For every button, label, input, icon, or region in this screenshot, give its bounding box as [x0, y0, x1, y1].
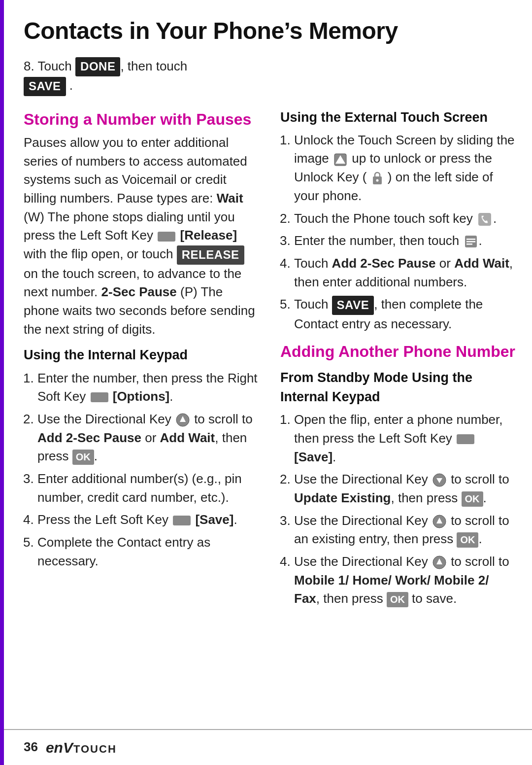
list-item: Use the Directional Key to scroll to Upd…	[294, 470, 517, 507]
pause-label: 2-Sec Pause	[101, 284, 177, 299]
left-soft-key-icon-3	[457, 434, 474, 444]
badge-release: RELEASE	[177, 245, 244, 265]
step-8-pre: 8. Touch	[24, 59, 75, 73]
storing-body: Pauses allow you to enter additional ser…	[24, 134, 261, 339]
footer: 36 enV TOUCH	[0, 729, 532, 765]
btn-ok-1: OK	[72, 450, 94, 465]
step-8-end: .	[66, 78, 73, 93]
btn-ok-2: OK	[462, 491, 483, 507]
badge-save-step8: SAVE	[24, 77, 66, 96]
step-8-mid: , then touch	[120, 59, 187, 73]
main-content: Contacts in Your Phone’s Memory 8. Touch…	[9, 0, 532, 729]
footer-brand: enV TOUCH	[46, 737, 117, 759]
options-label: [Options]	[113, 389, 170, 404]
footer-brand-env: enV	[46, 737, 73, 759]
adding-heading: Adding Another Phone Number	[280, 342, 517, 361]
svg-point-5	[376, 179, 378, 182]
list-item: Use the Directional Key to scroll to an …	[294, 512, 517, 549]
list-item: Enter the number, then touch .	[294, 232, 517, 250]
step-8-text: 8. Touch DONE, then touch SAVE .	[24, 57, 517, 96]
list-item: Use the Directional Key to scroll to Mob…	[294, 553, 517, 608]
svg-rect-10	[466, 243, 472, 245]
lock-icon	[371, 171, 383, 185]
step-8-section: 8. Touch DONE, then touch SAVE .	[24, 57, 517, 96]
left-soft-key-icon	[158, 232, 175, 242]
page-container: Contacts in Your Phone’s Memory 8. Touch…	[0, 0, 532, 765]
list-item: Complete the Contact entry as necessary.	[37, 533, 261, 570]
phone-icon	[477, 212, 492, 227]
list-item: Open the flip, enter a phone number, the…	[294, 411, 517, 466]
standby-heading: From Standby Mode Using the Internal Key…	[280, 368, 517, 407]
page-title: Contacts in Your Phone’s Memory	[24, 0, 517, 57]
footer-brand-touch: TOUCH	[73, 741, 117, 757]
btn-ok-4: OK	[387, 592, 408, 607]
dir-key-icon-4	[432, 556, 446, 569]
storing-heading: Storing a Number with Pauses	[24, 110, 261, 129]
dir-key-icon-2	[432, 473, 446, 487]
external-touch-steps: Unlock the Touch Screen by sliding the i…	[294, 131, 517, 334]
list-item: Touch the Phone touch soft key .	[294, 209, 517, 228]
list-item: Touch SAVE, then complete the Contact en…	[294, 295, 517, 333]
wait-label: Wait	[217, 191, 243, 206]
badge-done: DONE	[75, 57, 120, 76]
list-item: Enter the number, then press the Right S…	[37, 369, 261, 406]
col-right: Using the External Touch Screen Unlock t…	[280, 101, 517, 612]
col-left: Storing a Number with Pauses Pauses allo…	[24, 101, 261, 612]
top-bar	[0, 0, 4, 765]
internal-keypad-heading: Using the Internal Keypad	[24, 346, 261, 365]
badge-save-ext: SAVE	[332, 296, 374, 315]
unlock-triangle-icon	[333, 153, 347, 167]
svg-rect-8	[466, 239, 475, 240]
btn-ok-3: OK	[457, 532, 478, 548]
list-item: Touch Add 2-Sec Pause or Add Wait, then …	[294, 254, 517, 291]
svg-rect-6	[478, 213, 491, 226]
two-col-layout: Storing a Number with Pauses Pauses allo…	[24, 101, 517, 612]
right-soft-key-icon	[91, 392, 108, 402]
external-touch-heading: Using the External Touch Screen	[280, 108, 517, 127]
list-item: Unlock the Touch Screen by sliding the i…	[294, 131, 517, 206]
release-label: [Release]	[180, 228, 237, 243]
list-item: Use the Directional Key to scroll to Add…	[37, 410, 261, 466]
dir-key-icon-1	[176, 413, 190, 427]
menu-icon	[464, 235, 478, 248]
svg-rect-9	[466, 241, 475, 243]
dir-key-icon-3	[432, 515, 446, 528]
list-item: Press the Left Soft Key [Save].	[37, 511, 261, 529]
list-item: Enter additional number(s) (e.g., pin nu…	[37, 470, 261, 507]
internal-keypad-steps: Enter the number, then press the Right S…	[37, 369, 261, 571]
footer-page-number: 36	[24, 738, 38, 757]
left-soft-key-icon-2	[173, 516, 191, 525]
standby-steps: Open the flip, enter a phone number, the…	[294, 411, 517, 608]
